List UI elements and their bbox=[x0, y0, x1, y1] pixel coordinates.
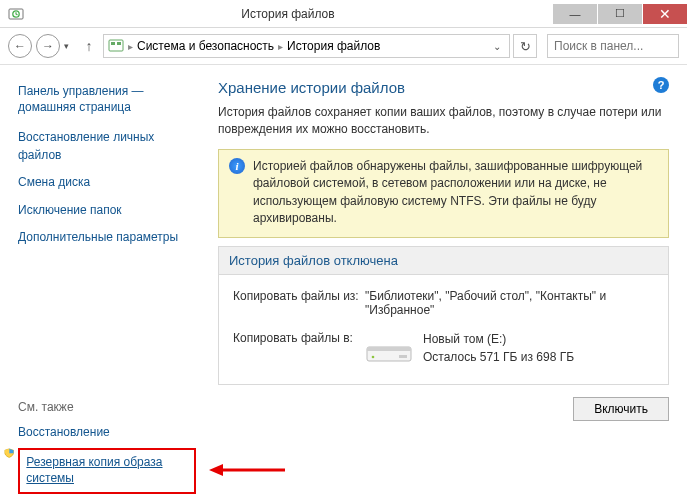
shield-icon bbox=[4, 448, 14, 460]
sidebar-item-restore[interactable]: Восстановление личных файлов bbox=[18, 129, 196, 164]
chevron-right-icon: ▸ bbox=[126, 41, 135, 52]
back-button[interactable]: ← bbox=[8, 34, 32, 58]
copy-to-label: Копировать файлы в: bbox=[233, 331, 365, 366]
up-button[interactable]: ↑ bbox=[79, 36, 99, 56]
sidebar: Панель управления — домашняя страница Во… bbox=[0, 65, 210, 504]
status-header: История файлов отключена bbox=[219, 247, 668, 275]
forward-button[interactable]: → bbox=[36, 34, 60, 58]
drive-name: Новый том (E:) bbox=[423, 331, 574, 348]
history-dropdown[interactable]: ▾ bbox=[64, 41, 75, 51]
breadcrumb-segment[interactable]: История файлов bbox=[287, 39, 380, 53]
titlebar: История файлов — ☐ ✕ bbox=[0, 0, 687, 28]
page-title: Хранение истории файлов bbox=[218, 79, 669, 96]
control-panel-icon bbox=[108, 38, 124, 54]
status-panel: История файлов отключена Копировать файл… bbox=[218, 246, 669, 385]
help-icon[interactable]: ? bbox=[653, 77, 669, 93]
address-bar[interactable]: ▸ Система и безопасность ▸ История файло… bbox=[103, 34, 510, 58]
drive-icon bbox=[365, 333, 413, 365]
see-also-recovery-link[interactable]: Восстановление bbox=[18, 424, 196, 441]
breadcrumb-segment[interactable]: Система и безопасность bbox=[137, 39, 274, 53]
svg-point-7 bbox=[372, 355, 375, 358]
sidebar-item-advanced[interactable]: Дополнительные параметры bbox=[18, 229, 196, 246]
annotation-highlight: Резервная копия образа системы bbox=[18, 448, 196, 494]
svg-rect-8 bbox=[399, 355, 407, 358]
chevron-right-icon: ▸ bbox=[276, 41, 285, 52]
see-also-system-image-link[interactable]: Резервная копия образа системы bbox=[26, 455, 162, 485]
address-dropdown[interactable]: ⌄ bbox=[489, 41, 505, 52]
sidebar-item-change-drive[interactable]: Смена диска bbox=[18, 174, 196, 191]
sidebar-item-exclude-folders[interactable]: Исключение папок bbox=[18, 202, 196, 219]
window-controls: — ☐ ✕ bbox=[552, 4, 687, 24]
svg-rect-4 bbox=[117, 42, 121, 45]
maximize-button[interactable]: ☐ bbox=[598, 4, 642, 24]
window-title: История файлов bbox=[24, 7, 552, 21]
close-button[interactable]: ✕ bbox=[643, 4, 687, 24]
page-description: История файлов сохраняет копии ваших фай… bbox=[218, 104, 669, 139]
svg-rect-6 bbox=[367, 347, 411, 351]
navbar: ← → ▾ ↑ ▸ Система и безопасность ▸ Истор… bbox=[0, 28, 687, 65]
drive-space: Осталось 571 ГБ из 698 ГБ bbox=[423, 349, 574, 366]
info-message: i Историей файлов обнаружены файлы, заши… bbox=[218, 149, 669, 239]
search-input[interactable] bbox=[547, 34, 679, 58]
svg-rect-3 bbox=[111, 42, 115, 45]
copy-from-label: Копировать файлы из: bbox=[233, 289, 365, 317]
info-text: Историей файлов обнаружены файлы, зашифр… bbox=[253, 158, 658, 228]
refresh-button[interactable]: ↻ bbox=[513, 34, 537, 58]
info-icon: i bbox=[229, 158, 245, 174]
minimize-button[interactable]: — bbox=[553, 4, 597, 24]
svg-rect-2 bbox=[109, 40, 123, 51]
see-also-label: См. также bbox=[18, 400, 196, 414]
file-history-icon bbox=[8, 6, 24, 22]
main-content: ? Хранение истории файлов История файлов… bbox=[210, 65, 687, 504]
control-panel-home-link[interactable]: Панель управления — домашняя страница bbox=[18, 83, 196, 115]
enable-button[interactable]: Включить bbox=[573, 397, 669, 421]
copy-from-value: "Библиотеки", "Рабочий стол", "Контакты"… bbox=[365, 289, 654, 317]
